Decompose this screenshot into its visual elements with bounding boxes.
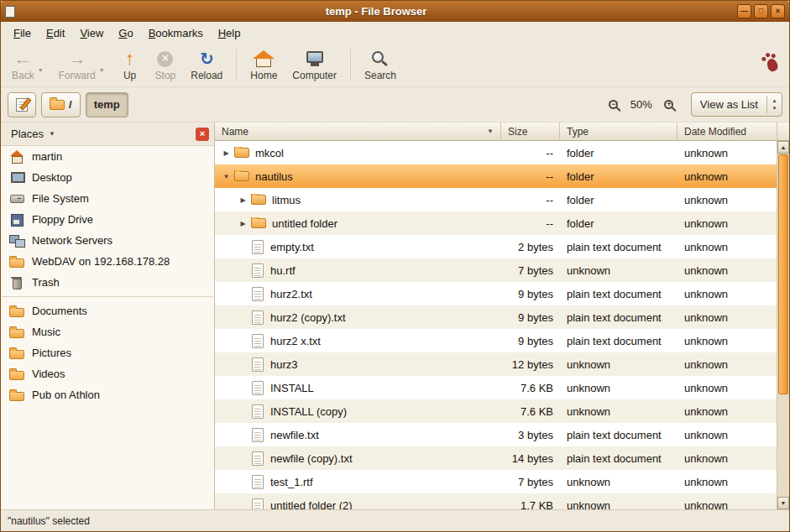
column-header-name[interactable]: Name▼	[215, 123, 501, 141]
cell-date: unknown	[678, 288, 777, 300]
file-row[interactable]: hurz2 (copy).txt9 bytesplain text docume…	[215, 305, 777, 329]
cell-size: 9 bytes	[501, 335, 560, 347]
home-button[interactable]: Home	[243, 46, 285, 84]
reload-button[interactable]: Reload	[183, 46, 230, 84]
zoom-in-button[interactable]	[659, 94, 679, 116]
file-row[interactable]: untitled folder (2)1.7 KBunknownunknown	[215, 493, 777, 509]
cell-type: plain text document	[560, 241, 678, 253]
expander-collapsed-icon[interactable]: ▶	[220, 149, 233, 157]
close-button[interactable]: ×	[771, 4, 785, 18]
cell-size: 7 bytes	[501, 264, 560, 277]
sidebar-item-music[interactable]: Music	[1, 321, 214, 342]
file-row[interactable]: ▼nautilus--folderunknown	[215, 164, 777, 188]
cell-name: hurz2.txt	[215, 287, 501, 301]
edit-note-icon	[16, 98, 28, 112]
close-sidebar-button[interactable]: ×	[196, 128, 209, 141]
sidebar-item-floppy-drive[interactable]: Floppy Drive	[1, 209, 214, 230]
sort-indicator-icon: ▼	[487, 128, 494, 135]
file-row[interactable]: hurz2 x.txt9 bytesplain text documentunk…	[215, 329, 777, 352]
sidebar-item-network-servers[interactable]: Network Servers	[1, 230, 214, 251]
computer-icon	[306, 51, 323, 63]
file-row[interactable]: hu.rtf7 bytesunknownunknown	[215, 258, 777, 282]
sidebar-separator	[2, 296, 213, 297]
text-file-icon	[252, 381, 264, 395]
sidebar-item-martin[interactable]: martin	[1, 146, 214, 167]
vertical-scrollbar[interactable]: ▲ ▼	[777, 123, 789, 509]
cell-type: unknown	[560, 476, 678, 488]
cell-date: unknown	[678, 241, 777, 253]
zoom-out-button[interactable]	[604, 94, 624, 116]
expander-expanded-icon[interactable]: ▼	[220, 173, 233, 180]
maximize-button[interactable]: □	[754, 4, 768, 18]
desktop-icon	[9, 170, 24, 185]
file-name: litmus	[272, 194, 301, 206]
file-row[interactable]: INSTALL7.6 KBunknownunknown	[215, 376, 777, 399]
sidebar-item-desktop[interactable]: Desktop	[1, 167, 214, 188]
drive-icon	[9, 191, 24, 206]
current-path-button[interactable]: temp	[86, 92, 128, 117]
toolbar-button-label: Stop	[155, 70, 176, 81]
file-row[interactable]: test_1.rtf7 bytesunknownunknown	[215, 470, 777, 493]
file-row[interactable]: ▶litmus--folderunknown	[215, 188, 777, 211]
root-path-button[interactable]: /	[41, 92, 81, 117]
file-name: nautilus	[255, 170, 293, 183]
file-row[interactable]: newfile.txt3 bytesplain text documentunk…	[215, 423, 777, 446]
places-dropdown[interactable]: Places ▼	[8, 126, 59, 142]
sidebar-item-webdav[interactable]: WebDAV on 192.168.178.28	[1, 251, 214, 272]
scroll-up-button[interactable]: ▲	[777, 141, 789, 154]
file-name: test_1.rtf	[270, 476, 313, 488]
sidebar-item-label: Documents	[32, 305, 87, 317]
sidebar-item-pictures[interactable]: Pictures	[1, 342, 214, 363]
minimize-button[interactable]: —	[737, 4, 751, 18]
expander-collapsed-icon[interactable]: ▶	[237, 196, 249, 204]
view-mode-dropdown[interactable]: View as List ▲ ▼	[691, 92, 782, 117]
file-row[interactable]: ▶mkcol--folderunknown	[215, 141, 777, 164]
cell-name: ▶litmus	[215, 194, 501, 206]
scroll-down-button[interactable]: ▼	[777, 497, 789, 509]
menu-item-view[interactable]: View	[72, 23, 111, 43]
folder-icon	[9, 304, 24, 318]
search-button[interactable]: Search	[357, 46, 404, 84]
file-row[interactable]: hurz2.txt9 bytesplain text documentunkno…	[215, 282, 777, 305]
file-row[interactable]: ▶untitled folder--folderunknown	[215, 211, 777, 235]
file-name: mkcol	[255, 147, 284, 159]
sidebar-item-label: WebDAV on 192.168.178.28	[32, 255, 170, 268]
column-header-type[interactable]: Type	[560, 123, 678, 141]
sidebar-item-documents[interactable]: Documents	[1, 300, 214, 321]
column-headers: Name▼SizeTypeDate Modified	[215, 123, 777, 141]
titlebar[interactable]: temp - File Browser — □ ×	[1, 1, 789, 22]
menu-item-bookmarks[interactable]: Bookmarks	[141, 23, 211, 43]
up-button[interactable]: Up	[112, 46, 148, 84]
scrollbar-track[interactable]	[777, 154, 789, 497]
cell-date: unknown	[678, 382, 777, 394]
menubar: FileEditViewGoBookmarksHelp	[1, 22, 789, 44]
combo-down-icon: ▼	[772, 105, 777, 112]
throbber-area	[767, 59, 786, 71]
chevron-down-icon: ▼	[49, 130, 55, 138]
sidebar-item-trash[interactable]: Trash	[1, 272, 214, 293]
search-icon	[372, 51, 384, 63]
file-row[interactable]: INSTALL (copy)7.6 KBunknownunknown	[215, 399, 777, 423]
menu-item-go[interactable]: Go	[111, 23, 140, 43]
menu-item-edit[interactable]: Edit	[39, 23, 72, 43]
menu-item-file[interactable]: File	[6, 23, 39, 43]
file-name: hurz3	[270, 358, 298, 371]
sidebar-item-videos[interactable]: Videos	[1, 363, 214, 384]
sidebar-item-label: Videos	[32, 368, 65, 380]
column-header-label: Size	[508, 126, 527, 138]
column-header-size[interactable]: Size	[501, 123, 560, 141]
file-row[interactable]: empty.txt2 bytesplain text documentunkno…	[215, 235, 777, 258]
cell-type: folder	[560, 170, 678, 183]
column-header-date-modified[interactable]: Date Modified	[678, 123, 777, 141]
toggle-location-entry-button[interactable]	[8, 92, 36, 117]
file-row[interactable]: newfile (copy).txt14 bytesplain text doc…	[215, 446, 777, 470]
computer-button[interactable]: Computer	[285, 46, 344, 84]
scrollbar-thumb[interactable]	[778, 154, 788, 394]
sidebar-item-pub-on-athlon[interactable]: Pub on Athlon	[1, 384, 214, 405]
floppy-icon	[9, 212, 24, 227]
file-row[interactable]: hurz312 bytesunknownunknown	[215, 352, 777, 376]
expander-collapsed-icon[interactable]: ▶	[237, 220, 249, 227]
sidebar-item-file-system[interactable]: File System	[1, 188, 214, 209]
menu-item-help[interactable]: Help	[211, 23, 249, 43]
back-button: Back▼	[4, 46, 51, 84]
